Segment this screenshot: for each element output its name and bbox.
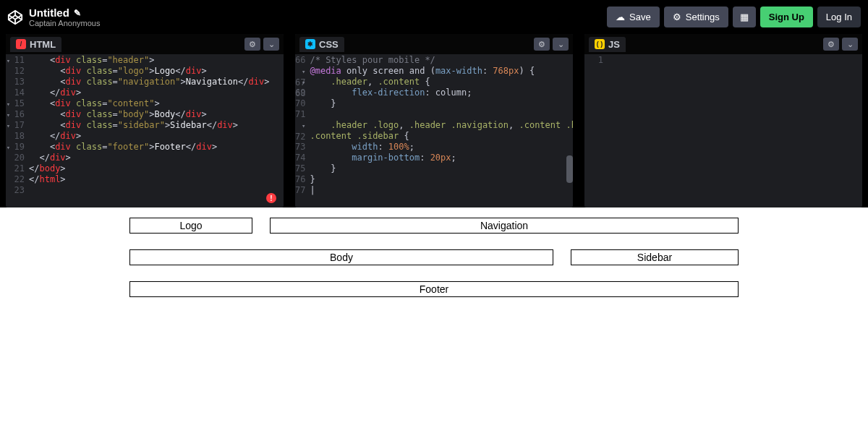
- html-pane-badge[interactable]: / HTML: [10, 37, 61, 52]
- preview-footer: Footer: [129, 281, 739, 297]
- css-badge-icon: ✱: [305, 39, 315, 49]
- css-pane-badge[interactable]: ✱ CSS: [299, 37, 344, 52]
- editors-row: / HTML ⚙ ⌄ ▾ 11 12 13 14 ▾ 15 ▾ 16 ▾ 17 …: [0, 34, 868, 207]
- css-pane-header: ✱ CSS ⚙ ⌄: [295, 34, 573, 54]
- js-pane-badge[interactable]: ( ) JS: [589, 37, 626, 52]
- preview-logo: Logo: [129, 218, 252, 234]
- css-code[interactable]: /* Styles pour mobile */ @media only scr…: [310, 55, 573, 207]
- css-chevron-down-icon[interactable]: ⌄: [553, 38, 569, 51]
- save-button[interactable]: ☁Save: [607, 7, 660, 27]
- js-pane: ( ) JS ⚙ ⌄ 1: [584, 34, 862, 207]
- css-settings-icon[interactable]: ⚙: [534, 38, 550, 51]
- js-editor[interactable]: 1: [584, 54, 862, 207]
- layout-button[interactable]: ▦: [733, 7, 756, 27]
- html-editor[interactable]: ▾ 11 12 13 14 ▾ 15 ▾ 16 ▾ 17 18 ▾ 19 20 …: [6, 54, 284, 207]
- top-bar: Untitled ✎ Captain Anonymous ☁Save ⚙Sett…: [0, 0, 868, 34]
- js-code[interactable]: [608, 55, 862, 207]
- js-badge-icon: ( ): [595, 39, 605, 49]
- js-gutter: 1: [584, 55, 608, 207]
- codepen-logo-icon[interactable]: [7, 9, 23, 25]
- login-button[interactable]: Log In: [817, 7, 861, 27]
- js-settings-icon[interactable]: ⚙: [823, 38, 839, 51]
- gear-icon: ⚙: [673, 12, 681, 22]
- html-pane: / HTML ⚙ ⌄ ▾ 11 12 13 14 ▾ 15 ▾ 16 ▾ 17 …: [6, 34, 284, 207]
- layout-icon: ▦: [740, 12, 749, 22]
- preview-body: Body: [129, 249, 553, 265]
- title-block: Untitled ✎ Captain Anonymous: [29, 7, 607, 27]
- cloud-icon: ☁: [616, 12, 625, 22]
- css-pane: ✱ CSS ⚙ ⌄ 66 ▾ 67 ▾ 68 69 70 71 ▾ 72 73 …: [295, 34, 573, 207]
- edit-title-icon[interactable]: ✎: [74, 8, 81, 18]
- css-editor[interactable]: 66 ▾ 67 ▾ 68 69 70 71 ▾ 72 73 74 75 76 7…: [295, 54, 573, 207]
- preview-sidebar: Sidebar: [571, 249, 739, 265]
- js-chevron-down-icon[interactable]: ⌄: [842, 38, 858, 51]
- html-settings-icon[interactable]: ⚙: [244, 38, 260, 51]
- pen-author[interactable]: Captain Anonymous: [29, 19, 607, 27]
- pen-title[interactable]: Untitled: [29, 7, 69, 19]
- preview-frame: Logo Navigation Body Sidebar Footer: [0, 207, 868, 441]
- css-scrollbar-thumb[interactable]: [566, 155, 573, 183]
- html-chevron-down-icon[interactable]: ⌄: [263, 38, 279, 51]
- js-pane-header: ( ) JS ⚙ ⌄: [584, 34, 862, 54]
- settings-button[interactable]: ⚙Settings: [664, 7, 728, 27]
- preview-navigation: Navigation: [270, 218, 739, 234]
- html-gutter: ▾ 11 12 13 14 ▾ 15 ▾ 16 ▾ 17 18 ▾ 19 20 …: [6, 55, 29, 207]
- html-badge-icon: /: [16, 39, 26, 49]
- top-buttons: ☁Save ⚙Settings ▦ Sign Up Log In: [607, 7, 861, 27]
- error-indicator-icon[interactable]: !: [266, 193, 276, 203]
- html-pane-header: / HTML ⚙ ⌄: [6, 34, 284, 54]
- css-gutter: 66 ▾ 67 ▾ 68 69 70 71 ▾ 72 73 74 75 76 7…: [295, 55, 310, 207]
- html-code[interactable]: <div class="header"> <div class="logo">L…: [29, 55, 284, 207]
- signup-button[interactable]: Sign Up: [760, 7, 813, 27]
